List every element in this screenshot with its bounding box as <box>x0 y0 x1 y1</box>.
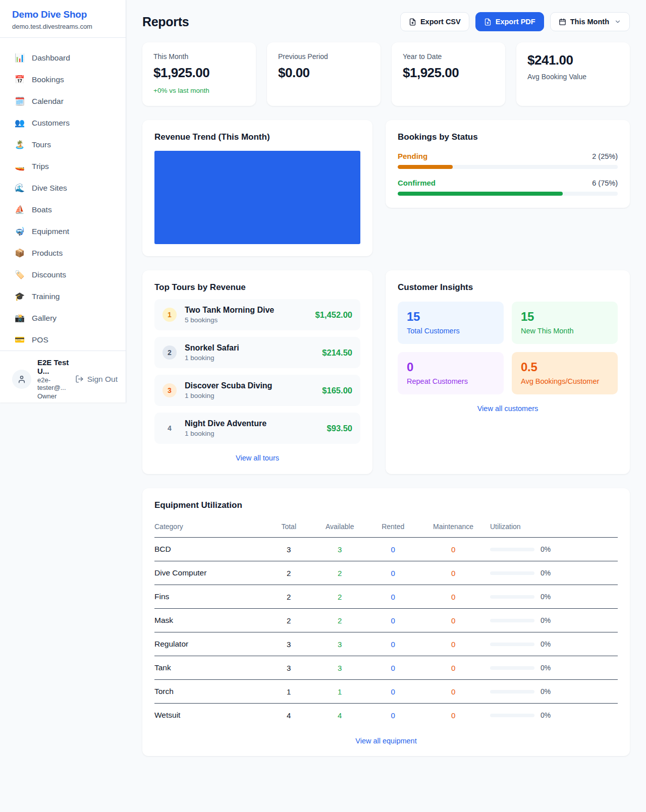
equipment-maintenance: 0 <box>418 609 488 632</box>
sidebar-nav-label: Training <box>32 292 60 301</box>
equipment-total: 3 <box>265 538 312 561</box>
equipment-rented: 0 <box>367 561 418 585</box>
utilization-bar-track <box>490 666 534 670</box>
user-icon <box>17 375 26 384</box>
equipment-category: Torch <box>154 680 265 704</box>
stat-card: Previous Period $0.00 <box>267 42 381 106</box>
export-csv-label: Export CSV <box>420 18 461 26</box>
equipment-category: BCD <box>154 538 265 561</box>
sidebar-nav-label: Tours <box>32 140 51 149</box>
export-pdf-button[interactable]: Export PDF <box>475 12 544 31</box>
island-icon: 🏝️ <box>14 140 25 149</box>
col-rented: Rented <box>367 519 418 538</box>
sidebar-nav-item[interactable]: 🤿 Equipment <box>4 220 122 242</box>
utilization-percent: 0% <box>541 711 551 719</box>
utilization-bar-track <box>490 690 534 693</box>
sidebar-nav-label: POS <box>32 335 48 344</box>
sidebar-nav-label: Gallery <box>32 314 57 323</box>
tour-list: 1 Two Tank Morning Dive 5 bookings $1,45… <box>154 299 360 444</box>
sidebar-nav-item[interactable]: 📅 Bookings <box>4 69 122 90</box>
page-header: Reports Export CSV Export PDF This Month <box>142 12 630 31</box>
sidebar-nav-label: Dive Sites <box>32 184 67 193</box>
tour-bookings-count: 1 booking <box>185 354 314 362</box>
stat-delta: +0% vs last month <box>153 87 245 94</box>
equipment-maintenance: 0 <box>418 538 488 561</box>
bookings-status-card: Bookings by Status Pending 2 (25%) <box>386 120 630 208</box>
sidebar-nav-item[interactable]: 🚤 Trips <box>4 155 122 177</box>
calendar-icon: 📅 <box>14 75 25 84</box>
col-available: Available <box>312 519 367 538</box>
tour-list-item[interactable]: 1 Two Tank Morning Dive 5 bookings $1,45… <box>154 299 360 330</box>
top-tours-title: Top Tours by Revenue <box>154 282 360 293</box>
view-all-customers-link[interactable]: View all customers <box>398 404 618 413</box>
equipment-table-row: Mask 2 2 0 0 0% <box>154 609 618 632</box>
col-maintenance: Maintenance <box>418 519 488 538</box>
stat-card: This Month $1,925.00 +0% vs last month <box>142 42 256 106</box>
sign-out-button[interactable]: Sign Out <box>75 375 118 384</box>
log-out-icon <box>75 375 84 383</box>
equipment-total: 2 <box>265 609 312 632</box>
equipment-rented: 0 <box>367 609 418 632</box>
top-tours-card: Top Tours by Revenue 1 Two Tank Morning … <box>142 270 372 474</box>
credit-card-icon: 💳 <box>14 335 25 344</box>
equipment-category: Tank <box>154 656 265 680</box>
tour-bookings-count: 1 booking <box>185 392 314 399</box>
sidebar-nav-item[interactable]: 📦 Products <box>4 242 122 264</box>
sidebar-nav-item[interactable]: 🌊 Dive Sites <box>4 177 122 199</box>
equipment-rented: 0 <box>367 632 418 656</box>
equipment-maintenance: 0 <box>418 704 488 727</box>
sidebar-nav-item[interactable]: 🎓 Training <box>4 285 122 307</box>
insight-value: 15 <box>521 310 609 324</box>
sidebar-nav-item[interactable]: 👥 Customers <box>4 112 122 134</box>
sidebar-nav-item[interactable]: 🏝️ Tours <box>4 134 122 155</box>
utilization-percent: 0% <box>541 569 551 577</box>
bar-chart-icon: 📊 <box>14 53 25 63</box>
status-label: Pending <box>398 152 427 160</box>
equipment-rented: 0 <box>367 538 418 561</box>
stat-value: $1,925.00 <box>153 65 245 81</box>
tour-revenue: $165.00 <box>322 386 352 395</box>
user-name: E2E Test U... <box>37 358 69 375</box>
equipment-total: 2 <box>265 561 312 585</box>
equipment-available: 2 <box>312 561 367 585</box>
equipment-table-row: Fins 2 2 0 0 0% <box>154 585 618 609</box>
sidebar-nav-item[interactable]: ⛵ Boats <box>4 199 122 220</box>
col-total: Total <box>265 519 312 538</box>
stat-label: Previous Period <box>278 52 369 61</box>
sidebar-nav-item[interactable]: 📸 Gallery <box>4 307 122 329</box>
row-tours-insights: Top Tours by Revenue 1 Two Tank Morning … <box>142 270 630 474</box>
tour-list-item[interactable]: 2 Snorkel Safari 1 booking $214.50 <box>154 337 360 368</box>
col-category: Category <box>154 519 265 538</box>
equipment-maintenance: 0 <box>418 656 488 680</box>
tour-list-item[interactable]: 4 Night Dive Adventure 1 booking $93.50 <box>154 413 360 444</box>
period-dropdown[interactable]: This Month <box>550 12 630 31</box>
equipment-category: Dive Computer <box>154 561 265 585</box>
sidebar-nav-item[interactable]: 💳 POS <box>4 329 122 351</box>
sidebar-nav-item[interactable]: 🗓️ Calendar <box>4 90 122 112</box>
sidebar-nav-item[interactable]: 📊 Dashboard <box>4 47 122 69</box>
avatar <box>12 370 31 389</box>
stat-card: Avg Booking Value $241.00 <box>516 42 630 106</box>
equipment-available: 3 <box>312 656 367 680</box>
status-row: Confirmed 6 (75%) <box>398 179 618 196</box>
equipment-table: Category Total Available Rented Maintena… <box>154 519 618 727</box>
chevron-down-icon <box>614 18 621 25</box>
equipment-table-row: Dive Computer 2 2 0 0 0% <box>154 561 618 585</box>
tour-name: Night Dive Adventure <box>185 419 319 428</box>
status-progress-track <box>398 165 618 169</box>
stat-card: Year to Date $1,925.00 <box>392 42 505 106</box>
sidebar-nav-label: Discounts <box>32 270 66 279</box>
utilization-bar-track <box>490 595 534 599</box>
utilization-bar-track <box>490 714 534 717</box>
equipment-maintenance: 0 <box>418 585 488 609</box>
stat-value: $241.00 <box>527 52 619 68</box>
page-title: Reports <box>142 15 189 29</box>
view-all-tours-link[interactable]: View all tours <box>154 454 360 462</box>
export-csv-button[interactable]: Export CSV <box>400 12 469 31</box>
tour-list-item[interactable]: 3 Discover Scuba Diving 1 booking $165.0… <box>154 375 360 406</box>
equipment-category: Regulator <box>154 632 265 656</box>
equipment-available: 1 <box>312 680 367 704</box>
view-all-equipment-link[interactable]: View all equipment <box>154 737 618 745</box>
sidebar-nav-item[interactable]: 🏷️ Discounts <box>4 264 122 285</box>
equipment-category: Mask <box>154 609 265 632</box>
